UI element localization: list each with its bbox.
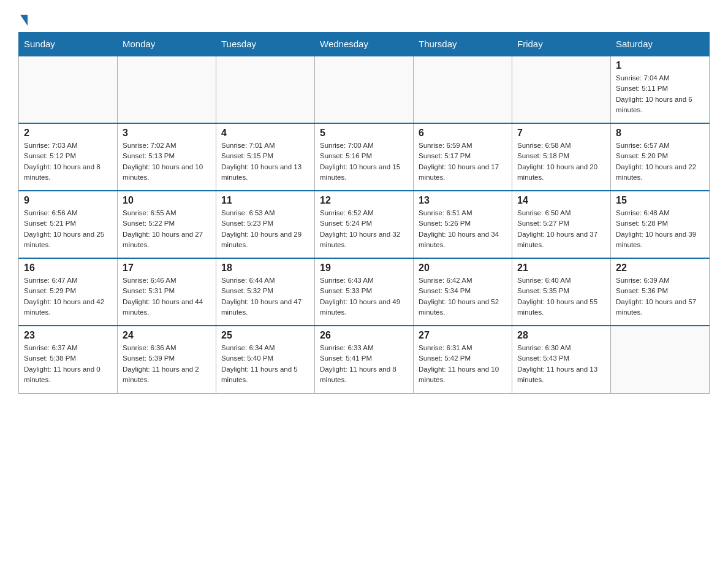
day-number: 1 bbox=[616, 60, 704, 71]
day-info: Sunrise: 6:52 AMSunset: 5:24 PMDaylight:… bbox=[320, 208, 408, 250]
calendar-cell: 21Sunrise: 6:40 AMSunset: 5:35 PMDayligh… bbox=[512, 258, 611, 326]
day-info: Sunrise: 6:40 AMSunset: 5:35 PMDaylight:… bbox=[517, 275, 605, 318]
weekday-header-tuesday: Tuesday bbox=[216, 33, 315, 56]
day-info: Sunrise: 7:01 AMSunset: 5:15 PMDaylight:… bbox=[221, 140, 309, 183]
day-info: Sunrise: 6:37 AMSunset: 5:38 PMDaylight:… bbox=[24, 343, 112, 385]
day-info: Sunrise: 6:39 AMSunset: 5:36 PMDaylight:… bbox=[616, 275, 704, 318]
day-info: Sunrise: 7:03 AMSunset: 5:12 PMDaylight:… bbox=[24, 140, 112, 183]
day-info: Sunrise: 6:44 AMSunset: 5:32 PMDaylight:… bbox=[221, 275, 309, 318]
calendar-cell bbox=[216, 56, 315, 123]
calendar-cell: 2Sunrise: 7:03 AMSunset: 5:12 PMDaylight… bbox=[19, 123, 118, 191]
calendar-cell: 22Sunrise: 6:39 AMSunset: 5:36 PMDayligh… bbox=[611, 258, 710, 326]
day-info: Sunrise: 6:30 AMSunset: 5:43 PMDaylight:… bbox=[517, 343, 605, 385]
day-number: 6 bbox=[419, 128, 507, 139]
day-number: 12 bbox=[320, 195, 408, 206]
calendar-cell: 20Sunrise: 6:42 AMSunset: 5:34 PMDayligh… bbox=[414, 258, 512, 326]
day-info: Sunrise: 6:55 AMSunset: 5:22 PMDaylight:… bbox=[123, 208, 211, 250]
calendar-table: SundayMondayTuesdayWednesdayThursdayFrid… bbox=[18, 32, 710, 394]
calendar-cell: 4Sunrise: 7:01 AMSunset: 5:15 PMDaylight… bbox=[216, 123, 315, 191]
calendar-cell: 14Sunrise: 6:50 AMSunset: 5:27 PMDayligh… bbox=[512, 191, 611, 258]
calendar-cell: 24Sunrise: 6:36 AMSunset: 5:39 PMDayligh… bbox=[118, 326, 216, 393]
calendar-cell: 5Sunrise: 7:00 AMSunset: 5:16 PMDaylight… bbox=[315, 123, 414, 191]
calendar-cell: 18Sunrise: 6:44 AMSunset: 5:32 PMDayligh… bbox=[216, 258, 315, 326]
calendar-week-4: 23Sunrise: 6:37 AMSunset: 5:38 PMDayligh… bbox=[19, 326, 710, 393]
weekday-header-monday: Monday bbox=[118, 33, 216, 56]
day-number: 13 bbox=[419, 195, 507, 206]
day-info: Sunrise: 6:31 AMSunset: 5:42 PMDaylight:… bbox=[419, 343, 507, 385]
day-info: Sunrise: 6:58 AMSunset: 5:18 PMDaylight:… bbox=[517, 140, 605, 183]
day-info: Sunrise: 6:36 AMSunset: 5:39 PMDaylight:… bbox=[123, 343, 211, 385]
weekday-header-sunday: Sunday bbox=[19, 33, 118, 56]
day-number: 28 bbox=[517, 330, 605, 341]
calendar-cell: 12Sunrise: 6:52 AMSunset: 5:24 PMDayligh… bbox=[315, 191, 414, 258]
day-number: 21 bbox=[517, 262, 605, 274]
day-number: 17 bbox=[123, 262, 211, 274]
weekday-header-thursday: Thursday bbox=[414, 33, 512, 56]
day-info: Sunrise: 7:02 AMSunset: 5:13 PMDaylight:… bbox=[123, 140, 211, 183]
calendar-cell bbox=[512, 56, 611, 123]
day-info: Sunrise: 6:57 AMSunset: 5:20 PMDaylight:… bbox=[616, 140, 704, 183]
calendar-cell: 28Sunrise: 6:30 AMSunset: 5:43 PMDayligh… bbox=[512, 326, 611, 393]
calendar-cell: 13Sunrise: 6:51 AMSunset: 5:26 PMDayligh… bbox=[414, 191, 512, 258]
day-info: Sunrise: 6:42 AMSunset: 5:34 PMDaylight:… bbox=[419, 275, 507, 318]
day-number: 22 bbox=[616, 262, 704, 274]
day-info: Sunrise: 6:56 AMSunset: 5:21 PMDaylight:… bbox=[24, 208, 112, 250]
day-info: Sunrise: 6:34 AMSunset: 5:40 PMDaylight:… bbox=[221, 343, 309, 385]
calendar-cell bbox=[19, 56, 118, 123]
day-info: Sunrise: 6:53 AMSunset: 5:23 PMDaylight:… bbox=[221, 208, 309, 250]
day-number: 25 bbox=[221, 330, 309, 341]
day-number: 16 bbox=[24, 262, 112, 274]
day-number: 3 bbox=[123, 128, 211, 139]
day-info: Sunrise: 6:46 AMSunset: 5:31 PMDaylight:… bbox=[123, 275, 211, 318]
day-number: 27 bbox=[419, 330, 507, 341]
calendar-cell bbox=[414, 56, 512, 123]
day-info: Sunrise: 6:51 AMSunset: 5:26 PMDaylight:… bbox=[419, 208, 507, 250]
day-info: Sunrise: 6:43 AMSunset: 5:33 PMDaylight:… bbox=[320, 275, 408, 318]
calendar-cell: 17Sunrise: 6:46 AMSunset: 5:31 PMDayligh… bbox=[118, 258, 216, 326]
day-number: 7 bbox=[517, 128, 605, 139]
calendar-week-1: 2Sunrise: 7:03 AMSunset: 5:12 PMDaylight… bbox=[19, 123, 710, 191]
calendar-cell: 19Sunrise: 6:43 AMSunset: 5:33 PMDayligh… bbox=[315, 258, 414, 326]
calendar-cell: 23Sunrise: 6:37 AMSunset: 5:38 PMDayligh… bbox=[19, 326, 118, 393]
day-info: Sunrise: 7:00 AMSunset: 5:16 PMDaylight:… bbox=[320, 140, 408, 183]
day-number: 9 bbox=[24, 195, 112, 206]
day-number: 10 bbox=[123, 195, 211, 206]
calendar-cell: 6Sunrise: 6:59 AMSunset: 5:17 PMDaylight… bbox=[414, 123, 512, 191]
day-number: 11 bbox=[221, 195, 309, 206]
day-number: 24 bbox=[123, 330, 211, 341]
logo-arrow-icon bbox=[20, 15, 28, 26]
day-info: Sunrise: 6:59 AMSunset: 5:17 PMDaylight:… bbox=[419, 140, 507, 183]
calendar-cell bbox=[611, 326, 710, 393]
weekday-header-row: SundayMondayTuesdayWednesdayThursdayFrid… bbox=[19, 33, 710, 56]
calendar-cell: 1Sunrise: 7:04 AMSunset: 5:11 PMDaylight… bbox=[611, 56, 710, 123]
day-info: Sunrise: 7:04 AMSunset: 5:11 PMDaylight:… bbox=[616, 73, 704, 115]
day-number: 8 bbox=[616, 128, 704, 139]
calendar-cell: 3Sunrise: 7:02 AMSunset: 5:13 PMDaylight… bbox=[118, 123, 216, 191]
calendar-cell bbox=[315, 56, 414, 123]
calendar-cell: 11Sunrise: 6:53 AMSunset: 5:23 PMDayligh… bbox=[216, 191, 315, 258]
day-number: 2 bbox=[24, 128, 112, 139]
day-number: 14 bbox=[517, 195, 605, 206]
calendar-week-2: 9Sunrise: 6:56 AMSunset: 5:21 PMDaylight… bbox=[19, 191, 710, 258]
logo bbox=[18, 12, 28, 26]
day-number: 18 bbox=[221, 262, 309, 274]
day-info: Sunrise: 6:47 AMSunset: 5:29 PMDaylight:… bbox=[24, 275, 112, 318]
calendar-cell: 25Sunrise: 6:34 AMSunset: 5:40 PMDayligh… bbox=[216, 326, 315, 393]
calendar-week-0: 1Sunrise: 7:04 AMSunset: 5:11 PMDaylight… bbox=[19, 56, 710, 123]
calendar-cell: 8Sunrise: 6:57 AMSunset: 5:20 PMDaylight… bbox=[611, 123, 710, 191]
calendar-cell: 16Sunrise: 6:47 AMSunset: 5:29 PMDayligh… bbox=[19, 258, 118, 326]
weekday-header-wednesday: Wednesday bbox=[315, 33, 414, 56]
calendar-cell: 10Sunrise: 6:55 AMSunset: 5:22 PMDayligh… bbox=[118, 191, 216, 258]
weekday-header-friday: Friday bbox=[512, 33, 611, 56]
calendar-week-3: 16Sunrise: 6:47 AMSunset: 5:29 PMDayligh… bbox=[19, 258, 710, 326]
weekday-header-saturday: Saturday bbox=[611, 33, 710, 56]
calendar-cell: 26Sunrise: 6:33 AMSunset: 5:41 PMDayligh… bbox=[315, 326, 414, 393]
day-number: 19 bbox=[320, 262, 408, 274]
day-info: Sunrise: 6:48 AMSunset: 5:28 PMDaylight:… bbox=[616, 208, 704, 250]
day-number: 26 bbox=[320, 330, 408, 341]
calendar-cell: 9Sunrise: 6:56 AMSunset: 5:21 PMDaylight… bbox=[19, 191, 118, 258]
day-number: 15 bbox=[616, 195, 704, 206]
calendar-cell: 7Sunrise: 6:58 AMSunset: 5:18 PMDaylight… bbox=[512, 123, 611, 191]
day-number: 5 bbox=[320, 128, 408, 139]
day-info: Sunrise: 6:33 AMSunset: 5:41 PMDaylight:… bbox=[320, 343, 408, 385]
